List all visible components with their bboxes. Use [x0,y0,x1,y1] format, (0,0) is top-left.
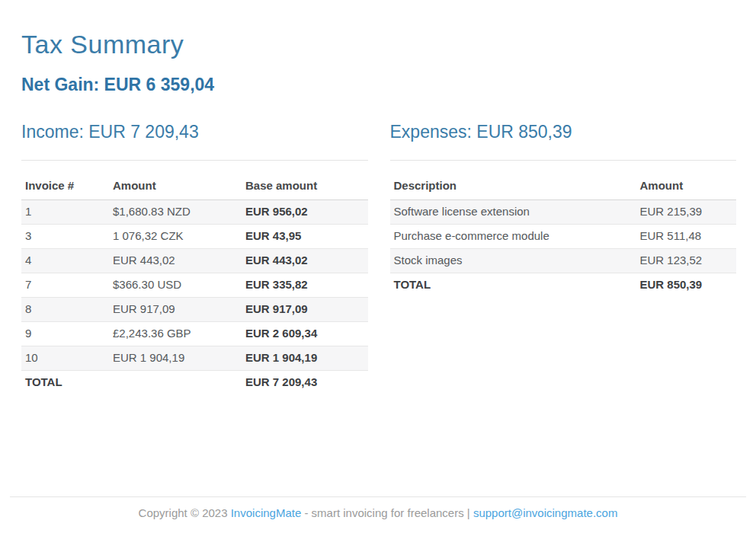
income-table-row: 7 $366.30 USD EUR 335,82 [21,273,368,297]
income-table-header-row: Invoice # Amount Base amount [21,161,368,200]
support-email-link[interactable]: support@invoicingmate.com [473,506,617,519]
invoice-number-cell: 10 [21,346,109,370]
invoice-number-cell: 3 [21,224,109,248]
base-amount-cell: EUR 956,02 [242,199,368,224]
base-amount-cell: EUR 335,82 [242,273,368,297]
invoice-number-cell: 9 [21,321,109,346]
income-table-row: 10 EUR 1 904,19 EUR 1 904,19 [21,346,368,370]
income-table: Invoice # Amount Base amount 1 $1,680.83… [21,161,368,394]
income-total-row: TOTAL EUR 7 209,43 [21,370,368,394]
expenses-table-header-row: Description Amount [390,161,737,200]
amount-cell: 1 076,32 CZK [109,224,242,248]
base-amount-cell: EUR 2 609,34 [242,321,368,346]
amount-cell: $366.30 USD [109,273,242,297]
invoice-number-cell: 8 [21,297,109,321]
expenses-table-row: Software license extension EUR 215,39 [390,199,737,224]
description-cell: Purchase e-commerce module [390,224,636,248]
description-header: Description [390,161,636,200]
income-table-row: 9 £2,243.36 GBP EUR 2 609,34 [21,321,368,346]
base-amount-cell: EUR 917,09 [242,297,368,321]
amount-cell: EUR 443,02 [109,248,242,273]
income-table-row: 4 EUR 443,02 EUR 443,02 [21,248,368,273]
income-total-spacer [109,370,242,394]
page-content: Tax Summary Net Gain: EUR 6 359,04 Incom… [0,0,756,394]
amount-cell: EUR 511,48 [636,224,737,248]
expenses-table: Description Amount Software license exte… [390,161,737,297]
expenses-section: Expenses: EUR 850,39 Description Amount … [390,122,737,394]
description-cell: Stock images [390,248,636,273]
income-table-row: 1 $1,680.83 NZD EUR 956,02 [21,199,368,224]
footer-divider [10,496,746,497]
invoice-number-header: Invoice # [21,161,109,200]
page-footer: Copyright © 2023 InvoicingMate - smart i… [0,496,756,533]
amount-header: Amount [636,161,737,200]
expenses-heading: Expenses: EUR 850,39 [390,122,737,143]
invoice-number-cell: 1 [21,199,109,224]
income-table-row: 3 1 076,32 CZK EUR 43,95 [21,224,368,248]
invoice-number-cell: 7 [21,273,109,297]
base-amount-cell: EUR 443,02 [242,248,368,273]
amount-cell: EUR 917,09 [109,297,242,321]
base-amount-header: Base amount [242,161,368,200]
net-gain-summary: Net Gain: EUR 6 359,04 [21,75,736,96]
expenses-total-label: TOTAL [390,273,636,297]
base-amount-cell: EUR 43,95 [242,224,368,248]
description-cell: Software license extension [390,199,636,224]
footer-separator: | [467,506,473,519]
expenses-table-row: Purchase e-commerce module EUR 511,48 [390,224,737,248]
expenses-total-value: EUR 850,39 [636,273,737,297]
amount-cell: EUR 123,52 [636,248,737,273]
summary-columns: Income: EUR 7 209,43 Invoice # Amount Ba… [21,122,736,394]
footer-text: Copyright © 2023 InvoicingMate - smart i… [0,506,756,521]
brand-link[interactable]: InvoicingMate [231,506,302,519]
income-total-value: EUR 7 209,43 [242,370,368,394]
income-table-row: 8 EUR 917,09 EUR 917,09 [21,297,368,321]
amount-header: Amount [109,161,242,200]
invoice-number-cell: 4 [21,248,109,273]
amount-cell: £2,243.36 GBP [109,321,242,346]
copyright-text: Copyright © 2023 [139,506,231,519]
footer-tagline: - smart invoicing for freelancers [301,506,467,519]
base-amount-cell: EUR 1 904,19 [242,346,368,370]
expenses-total-row: TOTAL EUR 850,39 [390,273,737,297]
income-heading: Income: EUR 7 209,43 [21,122,368,143]
income-section: Income: EUR 7 209,43 Invoice # Amount Ba… [21,122,368,394]
amount-cell: EUR 1 904,19 [109,346,242,370]
page-title: Tax Summary [21,29,736,60]
income-total-label: TOTAL [21,370,109,394]
amount-cell: EUR 215,39 [636,199,737,224]
expenses-table-row: Stock images EUR 123,52 [390,248,737,273]
amount-cell: $1,680.83 NZD [109,199,242,224]
